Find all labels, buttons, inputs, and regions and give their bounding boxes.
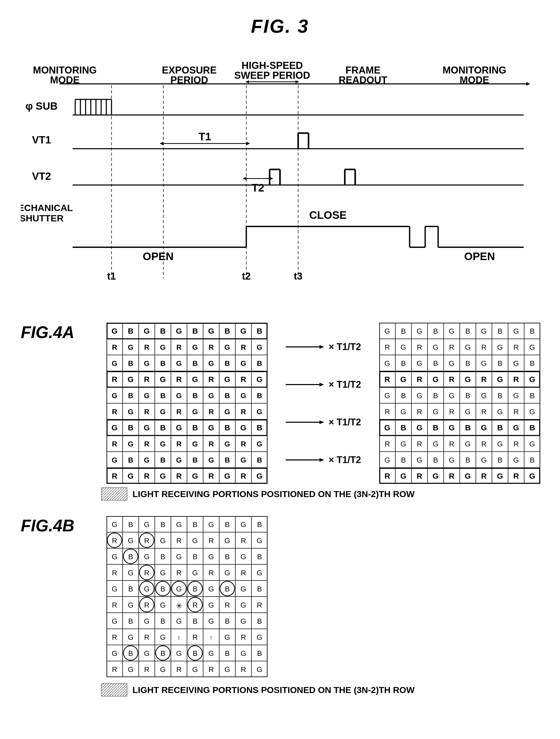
svg-text:B: B [401, 359, 406, 367]
svg-text:G: G [112, 617, 118, 625]
svg-text:G: G [529, 343, 535, 351]
svg-text:G: G [400, 440, 406, 448]
svg-text:B: B [160, 456, 165, 464]
svg-text:B: B [401, 327, 406, 335]
svg-text:G: G [160, 537, 166, 545]
svg-text:G: G [144, 521, 150, 529]
svg-text:R: R [144, 343, 149, 351]
svg-text:B: B [128, 585, 133, 593]
svg-text:G: G [497, 440, 503, 448]
svg-text:VT2: VT2 [32, 170, 51, 182]
svg-text:R: R [417, 375, 422, 384]
svg-text:B: B [192, 359, 198, 367]
svg-text:G: G [160, 472, 166, 480]
svg-marker-42 [242, 177, 246, 180]
svg-text:B: B [128, 521, 133, 529]
svg-text:B: B [160, 327, 166, 335]
svg-text:B: B [193, 617, 198, 625]
svg-text:R: R [417, 472, 422, 480]
svg-text:G: G [240, 649, 246, 657]
svg-text:G: G [465, 375, 471, 384]
svg-text:R: R [144, 408, 149, 416]
svg-text:G: G [112, 327, 118, 335]
svg-text:R: R [176, 408, 182, 416]
svg-text:B: B [257, 617, 262, 625]
svg-text:R: R [112, 472, 118, 480]
svg-text:B: B [498, 392, 503, 400]
svg-text:R: R [144, 537, 149, 545]
svg-text:G: G [400, 375, 406, 384]
svg-text:B: B [225, 649, 230, 657]
svg-text:G: G [240, 392, 246, 400]
svg-text:MONITORING: MONITORING [442, 65, 507, 76]
svg-text:R: R [241, 343, 246, 351]
svg-text:B: B [160, 423, 166, 432]
svg-text:B: B [257, 392, 262, 400]
svg-text:G: G [128, 408, 134, 416]
svg-text:B: B [257, 359, 262, 367]
svg-text:G: G [224, 408, 230, 416]
svg-text:G: G [176, 585, 182, 593]
svg-text:G: G [192, 375, 198, 384]
svg-text:G: G [529, 440, 535, 448]
svg-text:G: G [176, 392, 182, 400]
svg-text:G: G [128, 472, 134, 480]
svg-text:G: G [192, 343, 198, 351]
svg-text:R: R [176, 375, 182, 384]
arrow1-label: × T1/T2 [329, 341, 361, 352]
svg-text:R: R [241, 408, 246, 416]
svg-text:R: R [514, 408, 519, 416]
svg-text:B: B [161, 649, 165, 657]
svg-text:R: R [144, 440, 149, 448]
svg-text:G: G [513, 359, 519, 367]
svg-text:B: B [530, 456, 535, 464]
svg-text:G: G [192, 472, 198, 480]
svg-text:G: G [128, 537, 134, 545]
svg-text:G: G [224, 343, 230, 351]
svg-text:R: R [144, 472, 150, 480]
svg-text:R: R [144, 601, 149, 609]
svg-text:B: B [530, 359, 535, 367]
svg-text:R: R [144, 633, 149, 641]
svg-text:B: B [192, 456, 198, 464]
svg-text:φ SUB: φ SUB [25, 101, 58, 112]
svg-text:B: B [433, 456, 438, 464]
svg-text:EXPOSURE: EXPOSURE [162, 65, 217, 76]
svg-text:R: R [144, 666, 149, 674]
svg-marker-196 [320, 420, 324, 424]
svg-text:B: B [224, 327, 230, 335]
svg-text:G: G [128, 633, 134, 641]
svg-text:G: G [224, 375, 230, 384]
svg-text:G: G [128, 375, 134, 384]
svg-text:R: R [449, 343, 454, 351]
fig4b-label: FIG.4B [21, 516, 94, 535]
svg-text:B: B [225, 553, 230, 561]
svg-marker-1 [526, 82, 530, 86]
svg-text:G: G [240, 359, 246, 367]
svg-text:G: G [208, 585, 214, 593]
svg-text:G: G [240, 423, 246, 432]
svg-text:B: B [433, 359, 438, 367]
svg-text:G: G [449, 456, 454, 464]
svg-text:T1: T1 [198, 130, 211, 143]
svg-text:G: G [144, 585, 150, 593]
svg-text:R: R [384, 375, 390, 384]
svg-text:B: B [257, 456, 262, 464]
svg-text:MODE: MODE [460, 75, 489, 86]
svg-text:G: G [513, 456, 519, 464]
svg-text:G: G [208, 392, 214, 400]
svg-text:G: G [240, 327, 246, 335]
svg-text:↑: ↑ [177, 634, 181, 641]
svg-text:G: G [160, 375, 166, 384]
svg-text:B: B [128, 617, 133, 625]
svg-text:R: R [241, 537, 246, 545]
svg-text:↑: ↑ [210, 634, 213, 641]
svg-text:B: B [433, 423, 438, 432]
svg-text:G: G [208, 553, 214, 561]
svg-text:R: R [144, 569, 149, 577]
svg-text:R: R [176, 537, 182, 545]
svg-text:R: R [514, 440, 519, 448]
svg-text:G: G [128, 601, 134, 609]
svg-text:R: R [241, 569, 246, 577]
svg-text:G: G [208, 327, 214, 335]
